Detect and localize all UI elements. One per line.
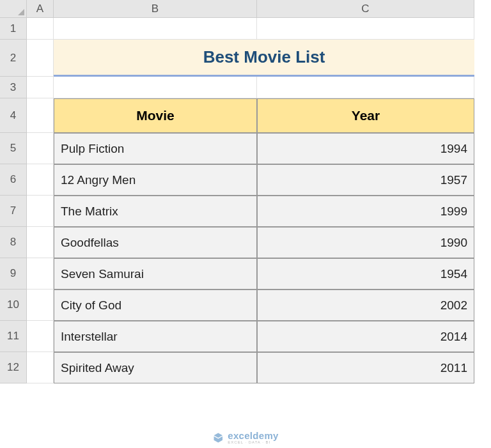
spreadsheet-grid: A B C 1 2 3 4 5 6 7 8 9 10 11 12 Best Mo… (0, 0, 491, 383)
cell-A8[interactable] (27, 227, 54, 258)
table-cell-year[interactable]: 2002 (257, 290, 474, 321)
cube-icon (212, 432, 224, 444)
table-cell-movie[interactable]: City of God (54, 290, 257, 321)
table-cell-movie[interactable]: The Matrix (54, 196, 257, 227)
table-cell-year[interactable]: 2011 (257, 352, 474, 383)
cell-A9[interactable] (27, 258, 54, 290)
cell-A7[interactable] (27, 196, 54, 227)
row-header-2[interactable]: 2 (0, 40, 27, 77)
row-header-9[interactable]: 9 (0, 258, 27, 290)
table-cell-movie[interactable]: Interstellar (54, 321, 257, 352)
watermark-sub: EXCEL · DATA · BI (228, 440, 278, 444)
col-header-C[interactable]: C (257, 0, 474, 18)
row-header-4[interactable]: 4 (0, 98, 27, 133)
table-cell-year[interactable]: 1954 (257, 258, 474, 290)
watermark-main: exceldemy (228, 431, 278, 440)
cell-B1[interactable] (54, 18, 257, 40)
table-cell-movie[interactable]: Spirited Away (54, 352, 257, 383)
row-header-5[interactable]: 5 (0, 133, 27, 164)
cell-B3[interactable] (54, 77, 257, 98)
cell-A2[interactable] (27, 40, 54, 77)
col-header-A[interactable]: A (27, 0, 54, 18)
watermark-text: exceldemy EXCEL · DATA · BI (228, 431, 278, 444)
page-title[interactable]: Best Movie List (54, 40, 474, 77)
table-cell-year[interactable]: 1990 (257, 227, 474, 258)
table-cell-year[interactable]: 1999 (257, 196, 474, 227)
cell-C3[interactable] (257, 77, 474, 98)
table-cell-year[interactable]: 1957 (257, 164, 474, 196)
row-header-11[interactable]: 11 (0, 321, 27, 352)
watermark: exceldemy EXCEL · DATA · BI (212, 431, 278, 444)
table-cell-movie[interactable]: Goodfellas (54, 227, 257, 258)
select-all-corner[interactable] (0, 0, 27, 18)
row-header-1[interactable]: 1 (0, 18, 27, 40)
table-cell-movie[interactable]: 12 Angry Men (54, 164, 257, 196)
cell-A6[interactable] (27, 164, 54, 196)
row-header-3[interactable]: 3 (0, 77, 27, 98)
table-header-movie[interactable]: Movie (54, 98, 257, 133)
table-cell-movie[interactable]: Seven Samurai (54, 258, 257, 290)
cell-A4[interactable] (27, 98, 54, 133)
table-cell-year[interactable]: 1994 (257, 133, 474, 164)
row-header-6[interactable]: 6 (0, 164, 27, 196)
cell-A3[interactable] (27, 77, 54, 98)
table-header-year[interactable]: Year (257, 98, 474, 133)
cell-A11[interactable] (27, 321, 54, 352)
cell-A12[interactable] (27, 352, 54, 383)
col-header-B[interactable]: B (54, 0, 257, 18)
cell-A10[interactable] (27, 290, 54, 321)
cell-C1[interactable] (257, 18, 474, 40)
cell-A1[interactable] (27, 18, 54, 40)
row-header-7[interactable]: 7 (0, 196, 27, 227)
table-cell-year[interactable]: 2014 (257, 321, 474, 352)
table-cell-movie[interactable]: Pulp Fiction (54, 133, 257, 164)
row-header-12[interactable]: 12 (0, 352, 27, 383)
cell-A5[interactable] (27, 133, 54, 164)
row-header-10[interactable]: 10 (0, 290, 27, 321)
row-header-8[interactable]: 8 (0, 227, 27, 258)
